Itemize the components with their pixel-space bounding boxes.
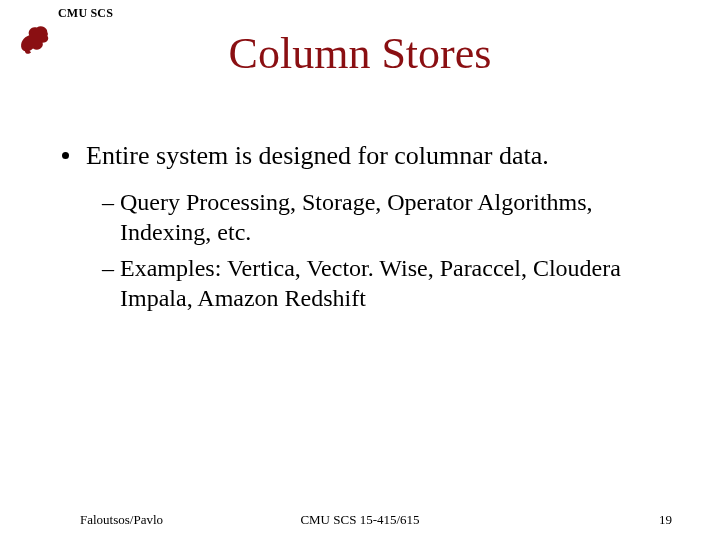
dash-icon: –	[102, 253, 114, 283]
footer-course: CMU SCS 15-415/615	[0, 512, 720, 528]
sub-bullet-list: – Query Processing, Storage, Operator Al…	[102, 187, 670, 313]
slide-title: Column Stores	[0, 28, 720, 79]
bullet-main: Entire system is designed for columnar d…	[62, 140, 670, 173]
footer-page-number: 19	[659, 512, 672, 528]
sub-bullet-2: – Examples: Vertica, Vector. Wise, Parac…	[102, 253, 670, 313]
sub-bullet-2-text: Examples: Vertica, Vector. Wise, Paracce…	[120, 255, 621, 311]
bullet-dot-icon	[62, 152, 69, 159]
sub-bullet-1-text: Query Processing, Storage, Operator Algo…	[120, 189, 593, 245]
sub-bullet-1: – Query Processing, Storage, Operator Al…	[102, 187, 670, 247]
dash-icon: –	[102, 187, 114, 217]
bullet-main-text: Entire system is designed for columnar d…	[86, 141, 549, 170]
org-label: CMU SCS	[58, 6, 113, 21]
slide-body: Entire system is designed for columnar d…	[62, 140, 670, 319]
